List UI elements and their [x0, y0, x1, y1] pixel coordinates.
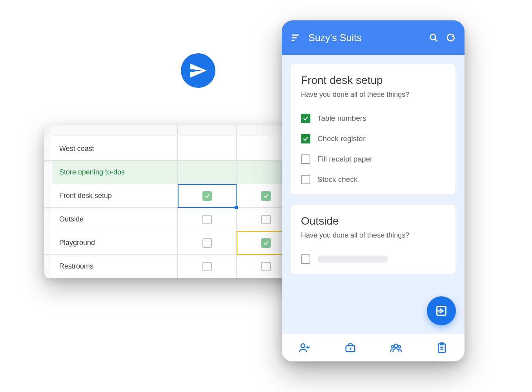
sheet-cell[interactable] — [178, 161, 237, 184]
checklist-item-label: Fill receipt paper — [317, 155, 372, 163]
refresh-icon[interactable] — [446, 33, 456, 43]
person-add-icon[interactable] — [299, 342, 310, 354]
sheet-cell-label[interactable]: Front desk setup — [52, 184, 178, 207]
checkbox[interactable] — [301, 114, 310, 123]
sheet-cell[interactable] — [178, 137, 237, 160]
card-subtitle: Have you done all of these things? — [301, 91, 445, 99]
checklist-item[interactable] — [301, 249, 445, 264]
briefcase-icon[interactable] — [344, 342, 356, 354]
checklist-item-label: Check register — [317, 134, 366, 143]
svg-point-3 — [430, 34, 435, 40]
checklist-card: Front desk setupHave you done all of the… — [290, 64, 456, 195]
checkbox[interactable] — [261, 262, 271, 271]
card-subtitle: Have you done all of these things? — [301, 231, 445, 240]
sort-icon[interactable] — [290, 32, 301, 43]
sheet-cell-label[interactable]: Store opening to-dos — [52, 161, 178, 184]
checklist-card: OutsideHave you done all of these things… — [290, 204, 456, 274]
checklist-item-label: Table numbers — [317, 114, 366, 123]
svg-point-13 — [398, 345, 401, 348]
checkbox[interactable] — [261, 238, 271, 248]
checkbox[interactable] — [261, 215, 271, 224]
search-icon[interactable] — [428, 33, 439, 43]
checkbox[interactable] — [202, 238, 212, 248]
svg-point-11 — [394, 344, 398, 347]
mobile-app-mockup: Suzy's Suits Front desk setupHave you do… — [282, 20, 465, 361]
sheet-cell-label[interactable]: West coast — [52, 137, 178, 160]
svg-point-12 — [391, 345, 394, 348]
checkbox[interactable] — [301, 134, 310, 143]
app-body: Front desk setupHave you done all of the… — [282, 55, 465, 333]
clipboard-icon[interactable] — [436, 342, 448, 354]
sheet-cell[interactable] — [178, 208, 237, 231]
app-header: Suzy's Suits — [282, 20, 465, 55]
send-icon — [181, 53, 215, 88]
sheet-cell-label[interactable]: Outside — [52, 208, 178, 231]
checkbox[interactable] — [301, 175, 310, 184]
checklist-item[interactable]: Table numbers — [301, 108, 445, 129]
group-icon[interactable] — [390, 342, 402, 354]
checkbox[interactable] — [202, 191, 212, 201]
sheet-cell[interactable] — [178, 255, 237, 278]
card-title: Outside — [301, 215, 445, 227]
submit-fab[interactable] — [427, 296, 456, 325]
checkbox[interactable] — [301, 254, 310, 264]
svg-rect-1 — [292, 37, 297, 38]
checkbox[interactable] — [202, 262, 212, 271]
checkbox[interactable] — [261, 191, 271, 201]
bottom-nav — [282, 333, 465, 361]
svg-point-7 — [301, 344, 305, 348]
svg-rect-0 — [292, 34, 299, 36]
sheet-cell[interactable] — [178, 231, 237, 254]
checkbox[interactable] — [301, 154, 310, 164]
sheet-cell-label[interactable]: Restrooms — [52, 255, 178, 278]
checklist-item[interactable]: Fill receipt paper — [301, 149, 445, 169]
checkbox[interactable] — [202, 215, 212, 224]
svg-rect-2 — [292, 40, 295, 41]
app-title: Suzy's Suits — [308, 32, 421, 44]
svg-line-4 — [435, 39, 437, 42]
checklist-item[interactable]: Check register — [301, 129, 445, 149]
checklist-item[interactable]: Stock check — [301, 169, 445, 184]
sheet-cell[interactable] — [178, 184, 237, 207]
card-title: Front desk setup — [301, 74, 445, 87]
sheet-cell-label[interactable]: Playground — [52, 231, 178, 254]
skeleton-placeholder — [317, 256, 388, 263]
checklist-item-label: Stock check — [317, 175, 357, 184]
